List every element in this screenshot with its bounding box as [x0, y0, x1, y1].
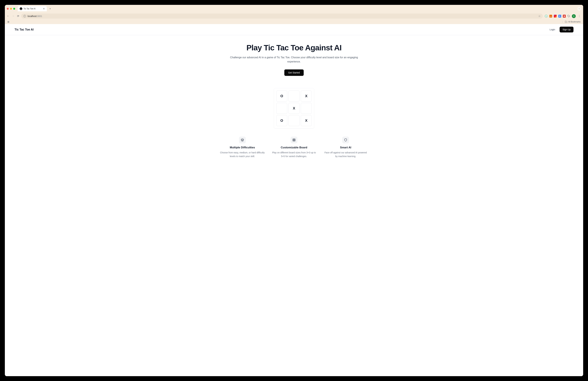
- grid-icon: [291, 136, 297, 143]
- profile-avatar[interactable]: A: [572, 14, 576, 18]
- shield-icon: [342, 136, 349, 143]
- extension-icon-k[interactable]: K: [558, 15, 561, 18]
- nav-buttons: ← → ⟳: [7, 15, 19, 18]
- tab-title: Tic Tac Toe AI: [23, 8, 42, 10]
- site-nav: Login Sign Up: [548, 27, 573, 32]
- url-text: localhost:3001: [28, 15, 42, 18]
- window-minimize-button[interactable]: [10, 8, 12, 10]
- url-bar-row: ← → ⟳ i localhost:3001 ☆ G 🦊 K ▦: [5, 13, 583, 20]
- reload-button[interactable]: ⟳: [17, 15, 19, 18]
- extension-icon-metamask[interactable]: 🦊: [549, 15, 552, 18]
- board-cell-0[interactable]: O: [276, 90, 287, 102]
- extension-icons: G 🦊 K ▦ A ⋮: [545, 14, 581, 18]
- url-port: 3001: [37, 15, 42, 18]
- profile-initial: A: [573, 15, 574, 17]
- forward-button[interactable]: →: [12, 15, 15, 18]
- board-cell-5[interactable]: [301, 103, 312, 114]
- traffic-lights: [7, 8, 15, 10]
- feature-board: Customizable Board Play on different boa…: [272, 136, 316, 158]
- hero-subtitle: Challenge our advanced AI in a game of T…: [230, 55, 358, 64]
- extension-icon-grammarly[interactable]: G: [545, 15, 548, 18]
- feature-desc: Choose from easy, medium, or hard diffic…: [220, 151, 265, 158]
- signup-button[interactable]: Sign Up: [560, 27, 573, 32]
- site-header: Tic Tac Toe AI Login Sign Up: [5, 24, 583, 35]
- window-maximize-button[interactable]: [13, 8, 15, 10]
- feature-ai: Smart AI Face off against our advanced A…: [323, 136, 368, 158]
- folder-icon: [565, 21, 567, 23]
- svg-rect-1: [293, 139, 295, 141]
- login-link[interactable]: Login: [548, 27, 557, 32]
- browser-chrome: ▲ Tic Tac Toe AI ✕ + ← → ⟳ i localhost:3: [5, 5, 583, 24]
- feature-title: Smart AI: [323, 146, 368, 149]
- game-board-container: O X X O X: [5, 82, 583, 136]
- bookmarks-bar: ⊞ | All Bookmarks: [5, 20, 583, 24]
- feature-desc: Face off against our advanced AI powered…: [323, 151, 368, 158]
- get-started-button[interactable]: Get Started: [284, 69, 304, 76]
- board-cell-6[interactable]: O: [276, 115, 287, 126]
- feature-title: Customizable Board: [272, 146, 316, 149]
- board-cell-7[interactable]: [289, 115, 299, 126]
- bookmarks-right: | All Bookmarks: [562, 21, 581, 23]
- hero-title: Play Tic Tac Toe Against AI: [11, 43, 577, 52]
- game-board: O X X O X: [274, 88, 314, 129]
- browser-menu-button[interactable]: ⋮: [577, 15, 581, 18]
- feature-title: Multiple Difficulties: [220, 146, 265, 149]
- site-info-icon[interactable]: i: [23, 15, 26, 18]
- tab-close-icon[interactable]: ✕: [43, 7, 45, 10]
- tabs-dropdown-button[interactable]: [577, 7, 581, 11]
- svg-marker-0: [241, 139, 244, 140]
- browser-window: ▲ Tic Tac Toe AI ✕ + ← → ⟳ i localhost:3: [5, 5, 583, 376]
- board-cell-4[interactable]: X: [289, 103, 299, 114]
- board-cell-2[interactable]: X: [301, 90, 312, 102]
- back-button[interactable]: ←: [7, 15, 9, 18]
- feature-desc: Play on different board sizes from 3×3 u…: [272, 151, 316, 158]
- window-close-button[interactable]: [7, 8, 9, 10]
- title-bar: ▲ Tic Tac Toe AI ✕ +: [5, 5, 583, 13]
- board-cell-3[interactable]: [276, 103, 287, 114]
- feature-difficulties: Multiple Difficulties Choose from easy, …: [220, 136, 265, 158]
- board-cell-8[interactable]: X: [301, 115, 312, 126]
- url-host: localhost:: [28, 15, 37, 18]
- board-cell-1[interactable]: [289, 90, 299, 102]
- bookmark-star-icon[interactable]: ☆: [538, 15, 541, 18]
- new-tab-button[interactable]: +: [48, 7, 52, 10]
- page-content: Tic Tac Toe AI Login Sign Up Play Tic Ta…: [5, 24, 583, 376]
- divider: |: [562, 21, 563, 23]
- all-bookmarks-link[interactable]: All Bookmarks: [568, 21, 581, 23]
- extensions-menu-icon[interactable]: [567, 15, 570, 18]
- site-logo[interactable]: Tic Tac Toe AI: [15, 28, 34, 31]
- apps-grid-icon[interactable]: ⊞: [7, 21, 9, 23]
- layers-icon: [239, 136, 246, 143]
- chevron-down-icon: [578, 8, 580, 10]
- url-bar[interactable]: i localhost:3001 ☆: [21, 14, 543, 19]
- extension-icon-red[interactable]: ▦: [563, 15, 566, 18]
- tab-favicon-icon: ▲: [20, 7, 22, 10]
- browser-tab[interactable]: ▲ Tic Tac Toe AI ✕: [18, 6, 47, 11]
- features-section: Multiple Difficulties Choose from easy, …: [213, 136, 375, 164]
- hero-section: Play Tic Tac Toe Against AI Challenge ou…: [5, 35, 583, 82]
- extension-icon-instagram[interactable]: [554, 15, 557, 18]
